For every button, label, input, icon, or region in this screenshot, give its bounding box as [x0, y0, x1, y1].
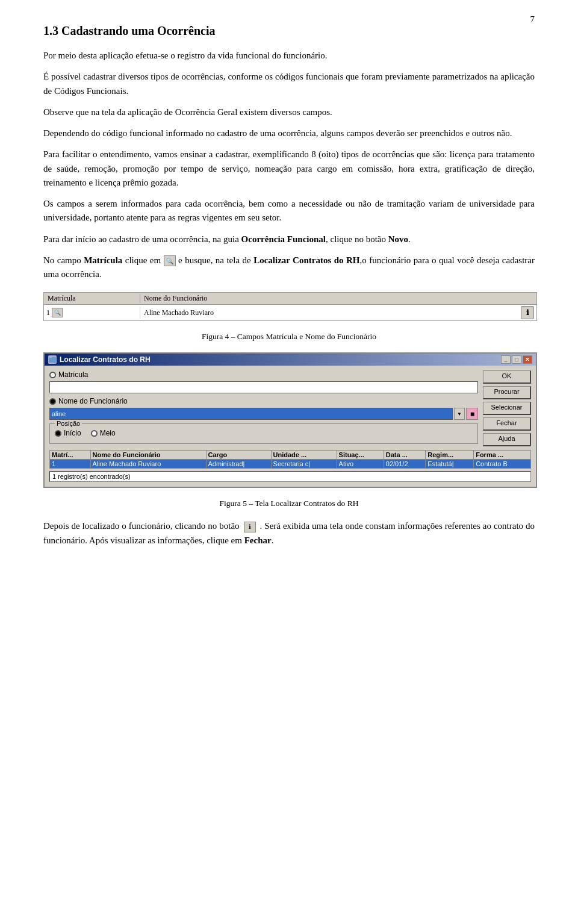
search-icon: 🔍 — [164, 255, 176, 266]
radio-meio-row: Meio — [91, 429, 116, 437]
radio-nome-circle[interactable] — [49, 398, 56, 405]
paragraph-9: Depois de localizado o funcionário, clic… — [43, 519, 535, 548]
paragraph-4: Dependendo do código funcional informado… — [43, 126, 535, 140]
p9-end: . — [272, 535, 274, 545]
window-icon — [48, 355, 57, 364]
fig4-data-row: 1 🔍 Aline Machado Ruviaro ℹ — [44, 305, 536, 320]
ajuda-button[interactable]: Ajuda — [483, 433, 531, 446]
procurar-button[interactable]: Procurar — [483, 386, 531, 399]
radio-inicio-label: Início — [64, 429, 81, 437]
selecionar-button[interactable]: Selecionar — [483, 402, 531, 415]
radio-inicio-circle[interactable] — [55, 430, 61, 437]
figure-4-container: Matrícula Nome do Funcionário 1 🔍 Aline … — [43, 292, 537, 321]
page-number: 7 — [530, 14, 535, 25]
th-forma: Forma ... — [474, 451, 531, 460]
cell-forma: Contrato B — [474, 460, 531, 469]
radio-inicio-row: Início — [55, 429, 81, 437]
radio-row-matricula: Matrícula — [49, 370, 478, 379]
paragraph-7: Para dar início ao cadastro de uma ocorr… — [43, 233, 535, 246]
p7-text1: Para dar início ao cadastro de uma ocorr… — [43, 234, 241, 244]
nome-input-row: ▼ ◼ — [49, 408, 478, 420]
close-button[interactable]: ✕ — [523, 355, 532, 364]
table-row[interactable]: 1 Aline Machado Ruviaro Administrad| Sec… — [50, 460, 531, 469]
p7-text2: , clique no botão — [326, 234, 388, 244]
nome-dropdown-button[interactable]: ▼ — [454, 408, 465, 420]
ok-button[interactable]: OK — [483, 370, 531, 384]
th-situacao: Situaç... — [337, 451, 384, 460]
paragraph-6: Os campos a serem informados para cada o… — [43, 197, 535, 225]
svg-rect-1 — [49, 356, 52, 358]
cell-regime: Estatutá| — [426, 460, 474, 469]
th-matricula: Matrí... — [50, 451, 91, 460]
window-titlebar: Localizar Contratos do RH _ □ ✕ — [45, 354, 536, 366]
fig4-col2-header: Nome do Funcionário — [140, 294, 536, 303]
figure-5-window: Localizar Contratos do RH _ □ ✕ Matrícul… — [43, 352, 537, 488]
radio-matricula-circle[interactable] — [49, 372, 56, 378]
cell-unidade: Secretaria c| — [271, 460, 337, 469]
paragraph-1: Por meio desta aplicação efetua-se o reg… — [43, 49, 535, 63]
cell-matricula: 1 — [50, 460, 91, 469]
window-controls[interactable]: _ □ ✕ — [501, 355, 532, 364]
radio-meio-label: Meio — [100, 429, 116, 437]
paragraph-8: No campo Matrícula clique em 🔍 e busque,… — [43, 254, 535, 282]
cell-nome: Aline Machado Ruviaro — [90, 460, 206, 469]
p8-bold2: Localizar Contratos do RH — [253, 255, 359, 265]
titlebar-left: Localizar Contratos do RH — [48, 355, 151, 364]
paragraph-5: Para facilitar o entendimento, vamos ens… — [43, 148, 535, 190]
nome-pink-button[interactable]: ◼ — [466, 408, 478, 420]
p8-bold1: Matrícula — [84, 255, 122, 265]
fig4-caption: Figura 4 – Campos Matrícula e Nome do Fu… — [43, 332, 535, 342]
p8-text3: e busque, na tela de — [178, 255, 253, 265]
section-title: 1.3 Cadastrando uma Ocorrência — [43, 24, 535, 38]
p9-text1: Depois de localizado o funcionário, clic… — [43, 521, 240, 531]
th-nome: Nome do Funcionário — [90, 451, 206, 460]
fig4-info-button[interactable]: ℹ — [521, 306, 534, 319]
paragraph-2: É possível cadastrar diversos tipos de o… — [43, 70, 535, 98]
radio-matricula-label: Matrícula — [58, 370, 88, 379]
svg-rect-0 — [49, 357, 56, 363]
paragraph-3: Observe que na tela da aplicação de Ocor… — [43, 105, 535, 119]
maximize-button[interactable]: □ — [512, 355, 521, 364]
window-content-row: Matrícula Nome do Funcionário ▼ — [49, 370, 531, 446]
fig4-cell-nome: Aline Machado Ruviaro — [140, 307, 521, 319]
p8-text1: No campo — [43, 255, 84, 265]
status-bar: 1 registro(s) encontrado(s) — [49, 471, 531, 482]
fig4-cell-matricula: 1 🔍 — [44, 307, 140, 319]
results-table: Matrí... Nome do Funcionário Cargo Unida… — [49, 450, 531, 469]
th-data: Data ... — [384, 451, 426, 460]
fig4-col1-header: Matrícula — [44, 294, 140, 303]
cell-situacao: Ativo — [337, 460, 384, 469]
fig4-header: Matrícula Nome do Funcionário — [44, 293, 536, 305]
fig4-search-icon[interactable]: 🔍 — [52, 308, 63, 317]
matricula-input[interactable] — [49, 381, 478, 393]
table-body: 1 Aline Machado Ruviaro Administrad| Sec… — [50, 460, 531, 469]
th-cargo: Cargo — [206, 451, 271, 460]
radio-nome-label: Nome do Funcionário — [58, 397, 128, 405]
fig5-caption: Figura 5 – Tela Localizar Contratos do R… — [43, 499, 535, 508]
th-unidade: Unidade ... — [271, 451, 337, 460]
window-left-panel: Matrícula Nome do Funcionário ▼ — [49, 370, 478, 444]
p8-text2: clique em — [122, 255, 161, 265]
matricula-value: 1 — [46, 308, 50, 317]
posicao-groupbox: Posição Início Meio — [49, 423, 478, 444]
window-title: Localizar Contratos do RH — [60, 355, 151, 364]
window-right-panel: OK Procurar Selecionar Fechar Ajuda — [483, 370, 531, 446]
nome-input[interactable] — [49, 408, 453, 420]
p7-bold1: Ocorrência Funcional — [241, 234, 326, 244]
p9-bold-fechar: Fechar — [244, 535, 272, 545]
window-body: Matrícula Nome do Funcionário ▼ — [45, 366, 536, 487]
table-header-row: Matrí... Nome do Funcionário Cargo Unida… — [50, 451, 531, 460]
fechar-button[interactable]: Fechar — [483, 417, 531, 431]
radio-row-nome: Nome do Funcionário — [49, 397, 478, 405]
th-regime: Regim... — [426, 451, 474, 460]
info-icon: ℹ — [244, 522, 256, 532]
p7-bold2: Novo — [388, 234, 408, 244]
p7-end: . — [408, 234, 411, 244]
cell-data: 02/01/2 — [384, 460, 426, 469]
table-header: Matrí... Nome do Funcionário Cargo Unida… — [50, 451, 531, 460]
minimize-button[interactable]: _ — [501, 355, 511, 364]
radio-meio-circle[interactable] — [91, 430, 98, 437]
cell-cargo: Administrad| — [206, 460, 271, 469]
posicao-label: Posição — [55, 420, 82, 427]
